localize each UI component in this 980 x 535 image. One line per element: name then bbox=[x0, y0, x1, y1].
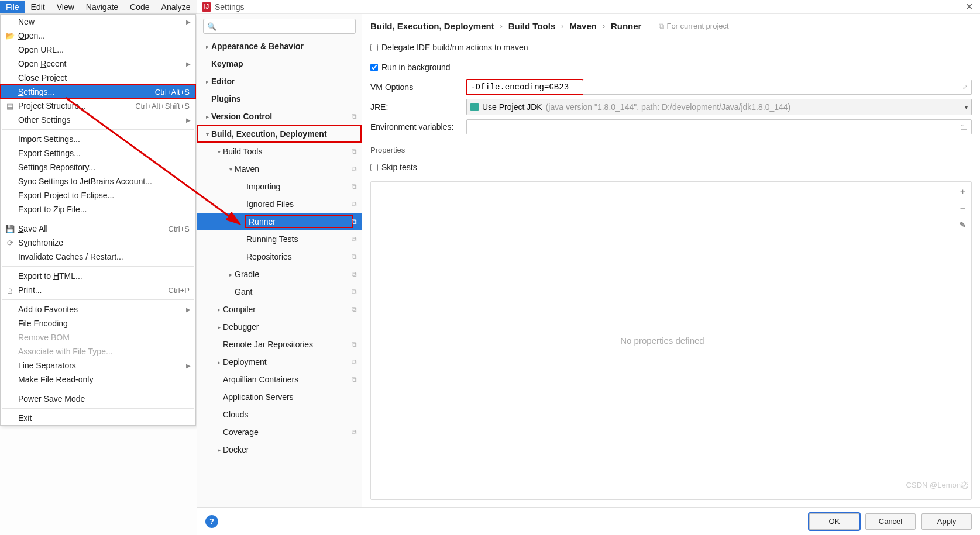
menu-item[interactable]: Export Settings... bbox=[1, 146, 195, 160]
menu-navigate[interactable]: Navigate bbox=[80, 1, 124, 13]
tree-node[interactable]: Coverage⧉ bbox=[197, 423, 362, 441]
menu-edit[interactable]: Edit bbox=[25, 1, 51, 13]
tree-node[interactable]: ▸Deployment⧉ bbox=[197, 353, 362, 371]
tree-node[interactable]: ▸Compiler⧉ bbox=[197, 301, 362, 318]
project-scope-icon: ⧉ bbox=[352, 218, 357, 226]
project-scope-icon: ⧉ bbox=[352, 305, 357, 313]
jre-select[interactable]: Use Project JDK (java version "1.8.0_144… bbox=[466, 99, 972, 115]
menu-item[interactable]: Other Settings▶ bbox=[1, 113, 195, 127]
menu-item-icon: 📂 bbox=[5, 31, 15, 40]
menu-item[interactable]: Invalidate Caches / Restart... bbox=[1, 250, 195, 264]
menu-item[interactable]: Make File Read-only bbox=[1, 372, 195, 386]
cancel-button[interactable]: Cancel bbox=[865, 513, 916, 530]
dialog-buttonbar: ? OK Cancel Apply bbox=[197, 507, 980, 535]
settings-search-input[interactable]: 🔍 bbox=[203, 19, 356, 34]
tree-node[interactable]: ▸Docker bbox=[197, 441, 362, 458]
tree-node[interactable]: ▸Version Control⧉ bbox=[197, 108, 362, 125]
tree-node[interactable]: ▸Appearance & Behavior bbox=[197, 37, 362, 55]
project-scope-icon: ⧉ bbox=[352, 112, 357, 120]
vm-options-input[interactable] bbox=[466, 80, 583, 95]
menu-item[interactable]: Settings...Ctrl+Alt+S bbox=[1, 85, 195, 99]
breadcrumb: Build, Execution, Deployment › Build Too… bbox=[370, 21, 972, 31]
tree-node[interactable]: ▾Build, Execution, Deployment bbox=[197, 125, 362, 143]
dialog-title: Settings bbox=[215, 2, 963, 12]
remove-property-icon[interactable]: − bbox=[960, 203, 965, 213]
menu-item[interactable]: Open Recent▶ bbox=[1, 57, 195, 71]
menu-item-icon bbox=[5, 394, 15, 403]
menu-item[interactable]: Add to Favorites▶ bbox=[1, 302, 195, 316]
tree-node[interactable]: Clouds bbox=[197, 406, 362, 423]
menu-item-icon bbox=[5, 252, 15, 261]
menu-item: Associate with File Type... bbox=[1, 344, 195, 358]
menubar: FileEditViewNavigateCodeAnalyze bbox=[0, 0, 197, 14]
delegate-checkbox[interactable]: Delegate IDE build/run actions to maven bbox=[370, 43, 528, 52]
menu-view[interactable]: View bbox=[51, 1, 80, 13]
close-icon[interactable]: ✕ bbox=[963, 1, 975, 12]
menu-item[interactable]: 🖨Print...Ctrl+P bbox=[1, 283, 195, 297]
add-property-icon[interactable]: + bbox=[960, 187, 965, 196]
menu-item[interactable]: Export to Zip File... bbox=[1, 202, 195, 216]
tree-node[interactable]: ▸Editor bbox=[197, 73, 362, 90]
menu-item[interactable]: New▶ bbox=[1, 15, 195, 29]
tree-node[interactable]: ▸Gradle⧉ bbox=[197, 265, 362, 283]
tree-node[interactable]: ▸Debugger bbox=[197, 318, 362, 336]
tree-node[interactable]: Running Tests⧉ bbox=[197, 230, 362, 248]
tree-node[interactable]: Application Servers bbox=[197, 388, 362, 406]
menu-item-icon bbox=[5, 333, 15, 342]
run-background-checkbox[interactable]: Run in background bbox=[370, 63, 451, 72]
tree-node[interactable]: Ignored Files⧉ bbox=[197, 195, 362, 213]
settings-search-field[interactable] bbox=[219, 22, 352, 31]
settings-tree[interactable]: ▸Appearance & BehaviorKeymap▸EditorPlugi… bbox=[197, 37, 362, 507]
tree-node[interactable]: Arquillian Containers⧉ bbox=[197, 371, 362, 388]
tree-node[interactable]: Runner⧉ bbox=[197, 213, 362, 230]
properties-panel: No properties defined + − ✎ bbox=[370, 181, 972, 500]
tree-node[interactable]: Gant⧉ bbox=[197, 283, 362, 301]
menu-item[interactable]: File Encoding bbox=[1, 316, 195, 330]
menu-item-icon: ▤ bbox=[5, 101, 15, 111]
menu-item-icon bbox=[5, 73, 15, 82]
menu-item-icon: 🖨 bbox=[5, 285, 15, 295]
menu-item[interactable]: Settings Repository... bbox=[1, 160, 195, 174]
tree-node[interactable]: Repositories⧉ bbox=[197, 248, 362, 265]
ok-button[interactable]: OK bbox=[809, 513, 859, 530]
intellij-icon: IJ bbox=[202, 2, 211, 12]
expand-icon[interactable]: ⤢ bbox=[962, 84, 968, 91]
menu-item[interactable]: Open URL... bbox=[1, 43, 195, 57]
menu-item[interactable]: Line Separators▶ bbox=[1, 358, 195, 372]
chevron-down-icon: ▾ bbox=[965, 104, 968, 111]
menu-analyze[interactable]: Analyze bbox=[156, 1, 197, 13]
project-scope-icon: ⧉ bbox=[352, 182, 357, 191]
menu-item[interactable]: 📂Open... bbox=[1, 29, 195, 43]
tree-node[interactable]: ▾Build Tools⧉ bbox=[197, 143, 362, 160]
menu-item[interactable]: Power Save Mode bbox=[1, 392, 195, 406]
menu-code[interactable]: Code bbox=[124, 1, 155, 13]
properties-header: Properties bbox=[370, 146, 972, 154]
tree-node[interactable]: Importing⧉ bbox=[197, 178, 362, 195]
folder-open-icon[interactable]: 🗀 bbox=[960, 122, 968, 132]
tree-node[interactable]: Remote Jar Repositories⧉ bbox=[197, 336, 362, 353]
skip-tests-checkbox[interactable]: Skip tests bbox=[370, 163, 417, 172]
tree-node[interactable]: Keymap bbox=[197, 55, 362, 73]
menu-item[interactable]: Export to HTML... bbox=[1, 269, 195, 283]
menu-item[interactable]: Import Settings... bbox=[1, 132, 195, 146]
menu-item[interactable]: Sync Settings to JetBrains Account... bbox=[1, 174, 195, 188]
menu-item[interactable]: Exit bbox=[1, 411, 195, 425]
menu-item-icon bbox=[5, 134, 15, 144]
menu-file[interactable]: File bbox=[0, 1, 25, 13]
menu-item[interactable]: ⟳Synchronize bbox=[1, 236, 195, 250]
tree-node[interactable]: ▾Maven⧉ bbox=[197, 160, 362, 178]
apply-button[interactable]: Apply bbox=[921, 513, 972, 530]
edit-property-icon[interactable]: ✎ bbox=[960, 220, 966, 229]
project-scope-hint: ⧉For current project bbox=[659, 22, 728, 31]
menu-item-icon bbox=[5, 45, 15, 54]
help-icon[interactable]: ? bbox=[205, 515, 218, 528]
project-scope-icon: ⧉ bbox=[352, 428, 357, 436]
menu-item-icon bbox=[5, 347, 15, 356]
menu-item[interactable]: ▤Project Structure...Ctrl+Alt+Shift+S bbox=[1, 99, 195, 113]
menu-item-icon bbox=[5, 319, 15, 328]
menu-item[interactable]: Export Project to Eclipse... bbox=[1, 188, 195, 202]
tree-node[interactable]: Plugins bbox=[197, 90, 362, 108]
menu-item[interactable]: 💾Save AllCtrl+S bbox=[1, 222, 195, 236]
env-vars-input[interactable]: 🗀 bbox=[466, 119, 972, 134]
menu-item[interactable]: Close Project bbox=[1, 71, 195, 85]
